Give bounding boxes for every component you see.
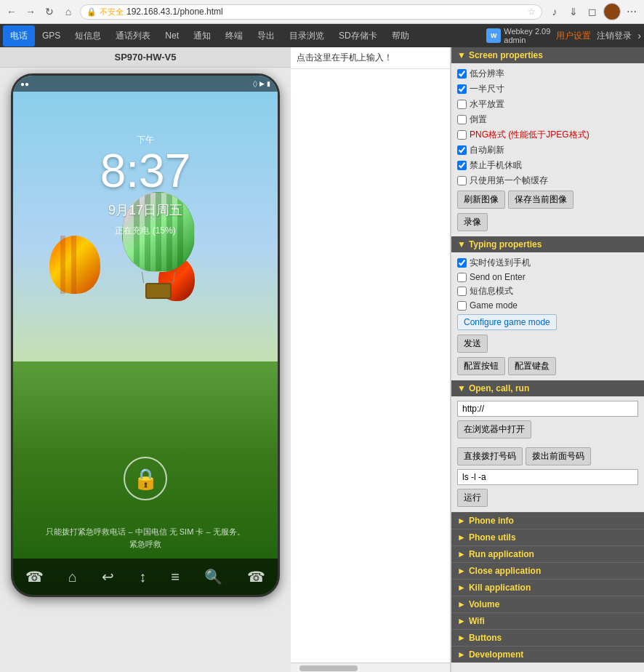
back-button[interactable]: ←	[4, 4, 19, 19]
nav-tab-export[interactable]: 导出	[250, 25, 282, 47]
nav-tab-help[interactable]: 帮助	[385, 25, 416, 47]
input-section: 点击这里在手机上输入！	[291, 47, 451, 672]
emergency-line2: 紧急呼救	[13, 538, 278, 551]
horizontal-scrollbar[interactable]	[291, 663, 450, 672]
nav-tab-gps[interactable]: GPS	[35, 26, 68, 45]
phone-home-icon[interactable]: ⌂	[68, 569, 77, 585]
phone-info-arrow: ►	[457, 516, 466, 526]
run-application-title: Run application	[469, 549, 534, 559]
profile-avatar[interactable]	[603, 3, 621, 20]
open-call-run-header[interactable]: ▼ Open, call, run	[451, 380, 644, 396]
phone-nav-bar: ☎ ⌂ ↩ ↕ ≡ 🔍 ☎	[13, 559, 278, 595]
checkbox-half-size: 一半尺寸	[457, 81, 638, 97]
volume-header[interactable]: ► Volume	[451, 596, 644, 612]
auto-refresh-checkbox[interactable]	[457, 145, 467, 155]
checkbox-game-mode: Game mode	[457, 299, 638, 312]
logout-button[interactable]: 注销登录	[597, 30, 632, 42]
record-button[interactable]: 录像	[457, 213, 488, 231]
address-bar[interactable]: 🔒 不安全 192.168.43.1/phone.html ☆	[80, 4, 542, 20]
command-input[interactable]	[457, 469, 638, 485]
phone-call-icon[interactable]: ☎	[25, 568, 44, 585]
config-btn-button[interactable]: 配置按钮	[457, 357, 505, 375]
lock-circle: 🔒	[124, 457, 167, 500]
send-button[interactable]: 发送	[457, 335, 488, 353]
more-options-button[interactable]: ⋯	[624, 4, 640, 20]
phone-time-display: 下午 8:37 9月17日周五 正在充电 (15%)	[13, 134, 278, 237]
config-kb-button[interactable]: 配置键盘	[508, 357, 556, 375]
phone-arrows-icon[interactable]: ↕	[139, 569, 146, 585]
send-on-enter-checkbox[interactable]	[457, 273, 467, 282]
realtime-checkbox[interactable]	[457, 258, 467, 268]
png-checkbox[interactable]	[457, 130, 467, 140]
low-res-checkbox[interactable]	[457, 69, 467, 79]
collapse-nav-button[interactable]: ›	[637, 30, 641, 41]
configure-game-button[interactable]: Configure game mode	[457, 314, 557, 330]
horizontal-checkbox[interactable]	[457, 100, 467, 109]
sms-mode-checkbox[interactable]	[457, 287, 467, 296]
dial-button[interactable]: 直接拨打号码	[457, 447, 523, 465]
phone-search-icon[interactable]: 🔍	[204, 568, 222, 585]
nav-tab-phone[interactable]: 电话	[3, 25, 35, 47]
run-application-header[interactable]: ► Run application	[451, 545, 644, 562]
text-input[interactable]	[291, 69, 450, 663]
emergency-line1: 只能拨打紧急呼救电话 – 中国电信 无 SIM 卡 – 无服务。	[13, 526, 278, 539]
lock-screen[interactable]: 🔒	[124, 457, 167, 500]
portrait-checkbox[interactable]	[457, 115, 467, 124]
phone-utils-arrow: ►	[457, 532, 466, 543]
time-display: 8:37	[13, 148, 278, 194]
star-icon: ☆	[528, 7, 536, 17]
app-nav: 电话 GPS 短信息 通话列表 Net 通知 终端 导出 目录浏览 SD存储卡 …	[0, 24, 644, 47]
nav-tab-calls[interactable]: 通话列表	[108, 25, 158, 47]
first-frame-checkbox[interactable]	[457, 176, 467, 185]
phone-utils-header[interactable]: ► Phone utils	[451, 529, 644, 545]
no-sleep-label: 禁止手机休眠	[470, 159, 522, 172]
checkbox-portrait: 倒置	[457, 112, 638, 127]
phone-back-icon[interactable]: ↩	[102, 568, 114, 585]
home-button[interactable]: ⌂	[61, 4, 76, 19]
record-btn-row: 录像	[457, 211, 638, 233]
phone-end-call-icon[interactable]: ☎	[247, 568, 265, 585]
status-right: 〈〉 ▶ ▮	[253, 80, 270, 88]
half-size-checkbox[interactable]	[457, 84, 467, 94]
development-header[interactable]: ► Development	[451, 646, 644, 663]
screen-properties-header[interactable]: ▼ Screen properties	[451, 47, 644, 63]
nav-tab-sms[interactable]: 短信息	[68, 25, 108, 47]
nav-tab-terminal[interactable]: 终端	[218, 25, 250, 47]
new-tab-icon[interactable]: ◻	[584, 4, 600, 20]
game-mode-checkbox[interactable]	[457, 301, 467, 311]
battery-icon: ▮	[267, 80, 270, 87]
volume-arrow: ►	[457, 599, 466, 609]
nav-tab-sdcard[interactable]: SD存储卡	[331, 25, 385, 47]
typing-properties-header[interactable]: ▼ Typing properties	[451, 236, 644, 252]
no-sleep-checkbox[interactable]	[457, 161, 467, 170]
development-title: Development	[469, 649, 523, 660]
run-button[interactable]: 运行	[457, 489, 488, 507]
download-icon[interactable]: ⇓	[565, 4, 581, 20]
forward-button[interactable]: →	[23, 4, 38, 19]
bookmark-icon[interactable]: ♪	[547, 4, 563, 20]
kill-application-header[interactable]: ► Kill application	[451, 579, 644, 596]
phone-status-bar: ●● 〈〉 ▶ ▮	[13, 76, 278, 92]
open-browser-button[interactable]: 在浏览器中打开	[457, 420, 531, 439]
dial-front-button[interactable]: 拨出前面号码	[526, 447, 591, 465]
phone-menu-icon[interactable]: ≡	[171, 569, 180, 585]
user-settings-button[interactable]: 用户设置	[556, 30, 591, 42]
save-image-button[interactable]: 保存当前图像	[508, 191, 573, 209]
nav-tab-browser[interactable]: 目录浏览	[282, 25, 331, 47]
url-input[interactable]	[457, 401, 638, 417]
refresh-button[interactable]: ↻	[42, 4, 57, 19]
first-frame-label: 只使用第一个帧缓存	[470, 175, 548, 187]
nav-tab-net[interactable]: Net	[158, 26, 186, 45]
phone-info-header[interactable]: ► Phone info	[451, 512, 644, 529]
configure-game-row: Configure game mode	[457, 312, 638, 332]
refresh-image-button[interactable]: 刷新图像	[457, 191, 505, 209]
send-btn-row: 发送	[457, 332, 638, 355]
insecure-label: 不安全	[100, 7, 124, 17]
development-arrow: ►	[457, 649, 466, 660]
close-application-header[interactable]: ► Close application	[451, 562, 644, 579]
run-application-arrow: ►	[457, 549, 466, 559]
wifi-header[interactable]: ► Wifi	[451, 612, 644, 629]
open-call-run-content: 在浏览器中打开 直接拨打号码 拨出前面号码 运行	[451, 396, 644, 512]
nav-tab-notify[interactable]: 通知	[186, 25, 218, 47]
buttons-header[interactable]: ► Buttons	[451, 629, 644, 646]
